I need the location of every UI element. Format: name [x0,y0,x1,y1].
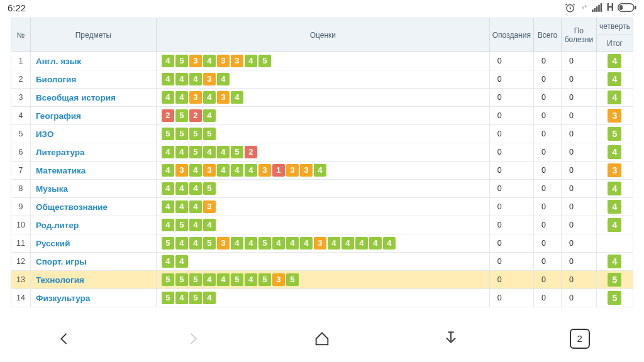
grade-badge[interactable]: 4 [314,164,326,177]
table-row[interactable]: 8Музыка44450004 [11,180,633,198]
row-subject[interactable]: Спорт. игры [30,253,156,271]
row-subject[interactable]: Обществознание [30,198,156,216]
table-row[interactable]: 3Всеобщая история4434340004 [11,89,633,107]
row-subject[interactable]: Технология [30,271,156,289]
grade-badge[interactable]: 5 [162,128,174,140]
grade-badge[interactable]: 4 [341,237,354,250]
grade-badge[interactable]: 4 [217,164,230,177]
nav-home-button[interactable] [307,324,337,354]
grade-badge[interactable]: 4 [162,146,174,158]
table-row[interactable]: 7Математика4343444313340003 [11,162,633,180]
grade-badge[interactable]: 2 [245,146,257,158]
grade-badge[interactable]: 3 [272,273,285,286]
row-subject[interactable]: География [30,107,156,125]
grade-badge[interactable]: 4 [175,73,188,85]
grade-badge[interactable]: 5 [175,109,188,122]
grade-badge[interactable]: 4 [217,273,230,286]
row-subject[interactable]: Биология [30,70,156,89]
grade-badge[interactable]: 4 [175,255,188,268]
grade-badge[interactable]: 4 [217,146,230,158]
grade-badge[interactable]: 4 [203,292,216,304]
grade-badge[interactable]: 5 [175,273,188,286]
table-row[interactable]: 9Обществознание44430004 [11,198,633,216]
grade-badge[interactable]: 4 [328,237,340,250]
grade-badge[interactable]: 5 [175,219,188,231]
grade-badge[interactable]: 4 [245,237,257,250]
row-subject[interactable]: ИЗО [30,125,156,143]
table-row[interactable]: 13Технология55544545350005 [11,271,633,289]
table-row[interactable]: 1Англ. язык453433450004 [11,52,633,70]
grade-badge[interactable]: 4 [162,219,174,231]
grade-badge[interactable]: 4 [162,91,174,104]
grade-badge[interactable]: 4 [175,200,188,213]
table-row[interactable]: 5ИЗО55550005 [11,125,633,143]
grade-badge[interactable]: 5 [203,128,216,140]
table-row[interactable]: 14Физкультура54540005 [11,289,633,307]
table-row[interactable]: 12Спорт. игры440004 [11,253,633,271]
grade-badge[interactable]: 3 [203,73,216,85]
grade-badge[interactable]: 3 [217,237,230,250]
grade-badge[interactable]: 4 [175,91,188,104]
row-subject[interactable]: Музыка [30,180,156,198]
nav-back-button[interactable] [49,324,79,354]
table-row[interactable]: 6Литература44544520004 [11,143,633,162]
grade-badge[interactable]: 3 [286,164,299,177]
row-subject[interactable]: Русский [30,234,156,253]
grade-badge[interactable]: 4 [203,146,216,158]
grade-badge[interactable]: 5 [258,237,271,250]
grade-badge[interactable]: 3 [189,91,202,104]
grade-badge[interactable]: 4 [369,237,382,250]
grade-badge[interactable]: 4 [203,109,216,122]
grade-badge[interactable]: 5 [203,182,216,195]
grade-badge[interactable]: 4 [245,55,257,67]
grade-badge[interactable]: 4 [189,182,202,195]
grade-badge[interactable]: 4 [231,237,243,250]
grade-badge[interactable]: 4 [203,91,216,104]
grade-badge[interactable]: 2 [162,109,174,122]
grade-badge[interactable]: 4 [162,200,174,213]
grade-badge[interactable]: 4 [162,73,174,85]
grade-badge[interactable]: 4 [300,237,313,250]
grade-badge[interactable]: 5 [231,273,243,286]
grade-badge[interactable]: 4 [203,273,216,286]
grade-badge[interactable]: 4 [231,164,243,177]
grade-badge[interactable]: 5 [162,273,174,286]
grade-badge[interactable]: 4 [162,164,174,177]
grade-badge[interactable]: 5 [175,55,188,67]
row-subject[interactable]: Всеобщая история [30,89,156,107]
grade-badge[interactable]: 3 [300,164,313,177]
grade-badge[interactable]: 4 [286,237,299,250]
grade-badge[interactable]: 4 [217,73,230,85]
grade-badge[interactable]: 4 [231,91,243,104]
row-subject[interactable]: Англ. язык [30,52,156,70]
grade-badge[interactable]: 4 [203,55,216,67]
grade-badge[interactable]: 4 [189,219,202,231]
table-row[interactable]: 11Русский54453445444344444000 [11,234,633,253]
grade-badge[interactable]: 4 [189,73,202,85]
grade-badge[interactable]: 5 [203,237,216,250]
grade-badge[interactable]: 5 [189,146,202,158]
grade-badge[interactable]: 4 [175,292,188,304]
grade-badge[interactable]: 4 [162,55,174,67]
grade-badge[interactable]: 4 [162,182,174,195]
grade-badge[interactable]: 4 [245,164,257,177]
grade-badge[interactable]: 3 [203,164,216,177]
grade-badge[interactable]: 3 [189,55,202,67]
table-row[interactable]: 2Биология444340004 [11,70,633,89]
grade-badge[interactable]: 5 [162,237,174,250]
grades-content[interactable]: № Предметы Оценки Опоздания Всего По бол… [0,15,644,315]
grade-badge[interactable]: 4 [272,237,285,250]
grade-badge[interactable]: 5 [189,273,202,286]
grade-badge[interactable]: 1 [272,164,285,177]
grade-badge[interactable]: 4 [189,237,202,250]
grade-badge[interactable]: 4 [203,219,216,231]
grade-badge[interactable]: 3 [314,237,326,250]
grade-badge[interactable]: 3 [175,164,188,177]
grade-badge[interactable]: 4 [245,273,257,286]
grade-badge[interactable]: 3 [217,55,230,67]
grade-badge[interactable]: 5 [286,273,299,286]
nav-forward-button[interactable] [178,324,208,354]
grade-badge[interactable]: 4 [175,182,188,195]
grade-badge[interactable]: 3 [217,91,230,104]
grade-badge[interactable]: 5 [258,273,271,286]
